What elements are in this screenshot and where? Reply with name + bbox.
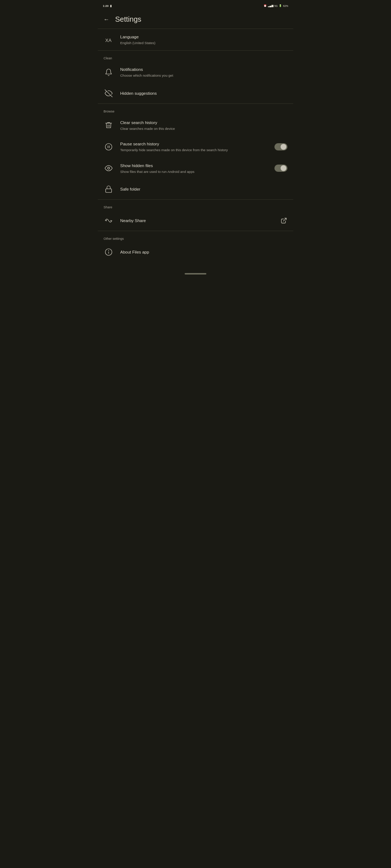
show-hidden-toggle[interactable]	[274, 165, 287, 172]
pause-search-toggle-container	[274, 143, 287, 150]
safe-folder-content: Safe folder	[120, 186, 287, 192]
network-type: 5G	[274, 5, 278, 7]
nearby-icon	[104, 216, 114, 226]
nav-bar	[98, 269, 293, 278]
nearby-share-trailing	[280, 217, 287, 224]
clear-search-history-content: Clear search history Clear searches made…	[120, 120, 287, 131]
settings-header: ← Settings	[98, 10, 293, 29]
notifications-item[interactable]: Notifications Choose which notifications…	[98, 61, 293, 83]
browse-section: Browse Clear search history Clear search…	[98, 104, 293, 199]
pause-search-history-item[interactable]: Pause search history Temporarily hide se…	[98, 136, 293, 157]
page-title: Settings	[115, 15, 141, 24]
language-icon: XA	[104, 35, 114, 45]
pause-search-history-title: Pause search history	[120, 141, 268, 147]
share-section: Share Nearby Share	[98, 200, 293, 231]
notifications-subtitle: Choose which notifications you get	[120, 73, 287, 78]
svg-point-7	[106, 220, 107, 221]
pause-search-history-subtitle: Temporarily hide searches made on this d…	[120, 148, 268, 152]
show-hidden-files-title: Show hidden files	[120, 163, 268, 169]
status-left: 1:20 ▮	[103, 4, 112, 8]
eye-off-icon	[104, 88, 114, 98]
clean-section-label: Clean	[98, 51, 293, 61]
hidden-suggestions-content: Hidden suggestions	[120, 90, 287, 96]
notifications-title: Notifications	[120, 67, 287, 72]
notifications-content: Notifications Choose which notifications…	[120, 67, 287, 78]
about-files-content: About Files app	[120, 249, 287, 255]
nearby-share-title: Nearby Share	[120, 218, 274, 224]
language-subtitle: English (United States)	[120, 41, 287, 45]
clear-search-history-item[interactable]: Clear search history Clear searches made…	[98, 115, 293, 136]
show-hidden-files-subtitle: Show files that are used to run Android …	[120, 169, 268, 174]
about-files-title: About Files app	[120, 249, 287, 255]
time: 1:20	[103, 4, 109, 8]
status-bar: 1:20 ▮ ⏰ ▂▄▆ 5G 🔋 62%	[98, 0, 293, 10]
language-title: Language	[120, 34, 287, 40]
info-icon	[104, 247, 114, 257]
language-content: Language English (United States)	[120, 34, 287, 45]
safe-folder-title: Safe folder	[120, 186, 287, 192]
show-hidden-files-item[interactable]: Show hidden files Show files that are us…	[98, 158, 293, 179]
clear-search-history-title: Clear search history	[120, 120, 287, 125]
other-settings-section: Other settings About Files app	[98, 231, 293, 262]
phone-battery-icon: ▮	[110, 4, 112, 8]
nearby-share-content: Nearby Share	[120, 218, 274, 224]
show-hidden-toggle-container	[274, 165, 287, 172]
clean-section: Clean Notifications Choose which notific…	[98, 51, 293, 103]
lock-icon	[104, 184, 114, 194]
status-right: ⏰ ▂▄▆ 5G 🔋 62%	[264, 4, 288, 7]
other-settings-label: Other settings	[98, 231, 293, 242]
nav-pill	[185, 273, 206, 275]
about-files-item[interactable]: About Files app	[98, 242, 293, 262]
browse-section-label: Browse	[98, 104, 293, 115]
pause-icon	[104, 142, 114, 152]
nearby-share-item[interactable]: Nearby Share	[98, 210, 293, 231]
hidden-suggestions-title: Hidden suggestions	[120, 90, 287, 96]
pause-search-toggle[interactable]	[274, 143, 287, 150]
external-link-icon	[280, 217, 287, 224]
svg-point-2	[105, 144, 112, 150]
hidden-suggestions-item[interactable]: Hidden suggestions	[98, 83, 293, 103]
svg-line-9	[283, 218, 286, 221]
language-item[interactable]: XA Language English (United States)	[98, 29, 293, 50]
alarm-icon: ⏰	[264, 4, 267, 7]
safe-folder-item[interactable]: Safe folder	[98, 179, 293, 199]
battery-level: 62%	[283, 5, 288, 7]
bell-icon	[104, 67, 114, 77]
clear-search-history-subtitle: Clear searches made on this device	[120, 126, 287, 131]
svg-point-5	[108, 167, 110, 170]
language-section: XA Language English (United States)	[98, 29, 293, 50]
show-hidden-files-content: Show hidden files Show files that are us…	[120, 163, 268, 174]
share-section-label: Share	[98, 200, 293, 210]
signal-icon: ▂▄▆	[268, 4, 273, 7]
back-button[interactable]: ←	[104, 16, 109, 23]
svg-point-8	[110, 220, 112, 221]
eye-icon	[104, 163, 114, 173]
battery-icon: 🔋	[279, 4, 282, 7]
pause-search-history-content: Pause search history Temporarily hide se…	[120, 141, 268, 152]
svg-rect-6	[106, 189, 112, 192]
svg-text:XA: XA	[105, 37, 112, 43]
trash-icon	[104, 120, 114, 130]
